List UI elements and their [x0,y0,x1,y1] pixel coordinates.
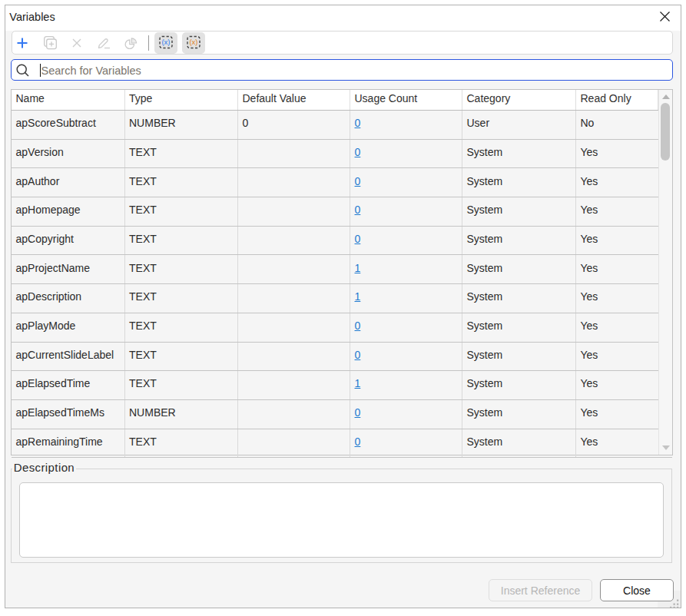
svg-text:(x): (x) [189,38,197,47]
svg-text:(x): (x) [161,38,170,47]
